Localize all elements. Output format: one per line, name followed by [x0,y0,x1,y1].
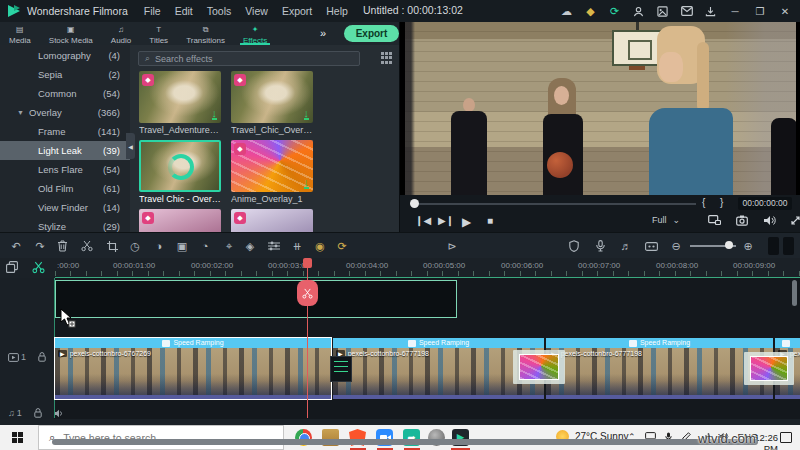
timeline-clip-1[interactable]: Speed Ramping ▶pexels-cottonbro-6767269 [55,338,331,399]
dual-display-icon[interactable] [708,215,721,226]
category-sepia[interactable]: Sepia(2) [0,65,130,84]
split-scissors-cursor[interactable] [297,280,318,306]
download-effect-icon[interactable]: ↓ [304,108,310,120]
marker-icon[interactable] [643,238,659,254]
maximize-button[interactable]: ❐ [753,6,767,17]
effect-card-partial[interactable]: ◆ [231,209,313,232]
timeline-ruler[interactable]: :00:00 00:00:01:00 00:00:02:00 00:00:03:… [0,258,800,278]
effect-card-travel-adventures[interactable]: ◆ ↓ Travel_Adventures_Ove... [139,71,221,135]
seek-bar[interactable] [414,203,696,205]
render-preview-icon[interactable]: ◉ [312,238,328,254]
tab-stock-media[interactable]: ▣ Stock Media [40,22,102,45]
download-effect-icon[interactable]: ↓ [212,108,218,120]
tab-effects[interactable]: ✦ Effects [234,22,276,45]
category-stylize[interactable]: Stylize(29) [0,217,130,232]
play-button[interactable]: ▶ [462,215,471,229]
export-button[interactable]: Export [344,25,399,42]
mark-out-icon[interactable]: } [720,197,723,208]
effects-search-box[interactable]: ⌕ [138,51,360,66]
snapshot-camera-icon[interactable] [736,215,748,226]
timeline-zoom-knob[interactable] [725,241,733,249]
timeline-vertical-scrollbar[interactable] [792,280,797,306]
close-button[interactable]: ✕ [778,6,792,17]
effect-card-anime-overlay[interactable]: ◆ ↓ Anime_Overlay_1 [231,140,313,204]
next-frame-button[interactable]: ▶❙ [438,215,454,226]
tab-media[interactable]: ▤ Media [0,22,40,45]
duration-icon[interactable]: ◔ [197,238,213,254]
playhead-handle[interactable] [303,258,312,268]
menu-tools[interactable]: Tools [207,5,232,17]
menu-view[interactable]: View [245,5,268,17]
download-icon[interactable] [704,5,717,18]
redo-icon[interactable]: ↷ [32,238,48,254]
speed-icon[interactable]: ◷ [127,238,143,254]
lock-icon[interactable] [34,408,42,418]
start-button[interactable] [12,432,23,443]
mark-in-icon[interactable]: { [702,197,705,208]
sync-refresh-icon[interactable]: ⟳ [608,5,621,18]
mail-icon[interactable] [680,5,693,18]
motion-tracking-icon[interactable]: ⌖ [221,238,237,254]
action-center-icon[interactable] [780,432,792,443]
category-overlay[interactable]: ▼Overlay(366) [0,103,130,122]
windows-search-box[interactable]: ⌕ [38,425,284,450]
sidebar-collapse-handle[interactable]: ◀ [126,133,135,159]
audio-music-icon[interactable]: ♬ [618,238,634,254]
zoom-out-icon[interactable]: ⊖ [668,238,684,254]
fullscreen-icon[interactable] [790,215,800,226]
auto-ripple-icon[interactable]: ⟳ [334,238,350,254]
category-lens-flare[interactable]: Lens Flare(54) [0,160,130,179]
zoom-in-icon[interactable]: ⊕ [740,238,756,254]
delete-icon[interactable] [54,238,70,254]
play-render-icon[interactable]: ⊳ [444,238,460,254]
menu-file[interactable]: File [144,5,161,17]
adjustment-icon[interactable] [266,238,282,254]
shield-icon[interactable] [566,238,582,254]
category-old-film[interactable]: Old Film(61) [0,179,130,198]
split-scissors-icon[interactable] [79,238,95,254]
account-icon[interactable] [632,5,645,18]
lock-icon[interactable] [38,352,46,362]
category-view-finder[interactable]: View Finder(14) [0,198,130,217]
mute-icon[interactable] [54,409,64,418]
upgrade-gem-icon[interactable]: ◆ [584,5,597,18]
keyframe-icon[interactable]: ◈ [242,238,258,254]
color-icon[interactable]: ◑ [151,238,167,254]
crop-icon[interactable] [104,238,120,254]
tab-audio[interactable]: ♫ Audio [102,22,140,45]
video-track-icon[interactable]: 1 [8,352,26,362]
effects-search-input[interactable] [155,54,335,64]
category-lomography[interactable]: Lomography(4) [0,46,130,65]
grid-view-icon[interactable] [381,52,393,64]
green-screen-icon[interactable]: ▣ [174,238,190,254]
timeline-clip-3[interactable]: Speed Ramping ▶pexels-cottonbro-6777198 [546,338,773,399]
effect-card-travel-chic-2[interactable]: ◆ ↓ Travel_Chic_Overlay_2 [231,71,313,135]
manage-tracks-icon[interactable] [4,259,20,275]
category-common[interactable]: Common(54) [0,84,130,103]
stop-button[interactable]: ■ [487,215,493,226]
cloud-icon[interactable]: ☁ [560,5,573,18]
quality-dropdown[interactable]: Full ⌄ [652,215,694,225]
effect-card-travel-chic-1-selected[interactable]: Travel Chic - Overlay 1 [139,140,221,204]
device-frame-icons[interactable] [768,237,794,255]
tab-titles[interactable]: T Titles [140,22,177,45]
audio-sync-icon[interactable]: ⧺ [289,238,305,254]
audio-track-icon[interactable]: ♫1 [8,408,22,418]
menu-help[interactable]: Help [326,5,348,17]
download-effect-icon[interactable]: ↓ [304,177,310,189]
tab-transitions[interactable]: ⧉ Transitions [177,22,234,45]
category-light-leak[interactable]: Light Leak(39) [0,141,130,160]
category-frame[interactable]: Frame(141) [0,122,130,141]
timeline-horizontal-scrollbar[interactable] [52,439,758,445]
effect-card-partial[interactable]: ◆ [139,209,221,232]
undo-icon[interactable]: ↶ [8,238,24,254]
voiceover-mic-icon[interactable] [592,238,608,254]
media-export-icon[interactable] [656,5,669,18]
minimize-button[interactable]: ─ [728,6,742,17]
quick-split-scissors-icon[interactable] [30,259,46,275]
overlay-track-placeholder[interactable] [55,280,457,318]
seek-handle[interactable] [410,199,419,208]
volume-icon[interactable] [763,215,776,226]
menu-export[interactable]: Export [282,5,312,17]
previous-frame-button[interactable]: ❙◀ [415,215,431,226]
